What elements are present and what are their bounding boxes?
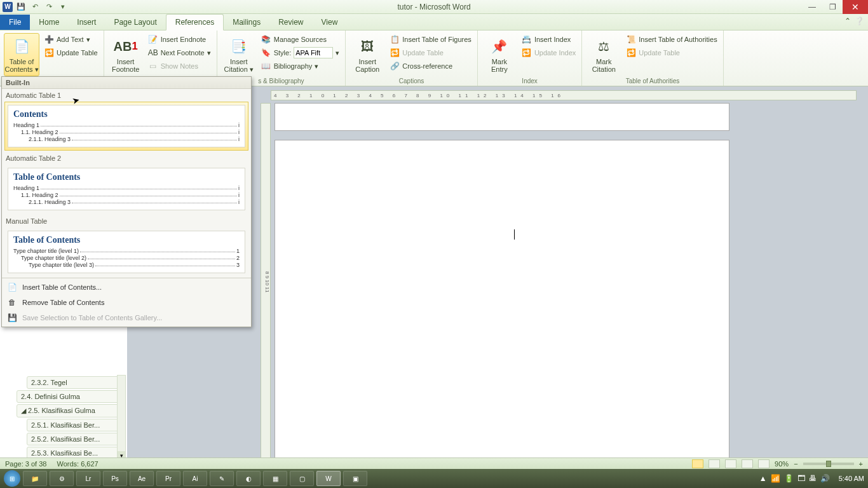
tab-page-layout[interactable]: Page Layout <box>105 15 165 30</box>
zoom-level[interactable]: 90% <box>775 460 789 468</box>
citation-icon: 📑 <box>229 36 249 57</box>
gallery-menu: 📄Insert Table of Contents... 🗑Remove Tab… <box>2 278 251 327</box>
clock[interactable]: 5:40 AM <box>839 475 864 482</box>
save-icon[interactable]: 💾 <box>15 1 27 13</box>
vertical-ruler[interactable]: 8 9 10 11 <box>261 103 271 461</box>
taskbar-app[interactable]: ▣ <box>343 471 367 486</box>
taskbar-app[interactable]: ▦ <box>263 471 287 486</box>
system-tray: ▲📶🔋🗔🖶🔊 5:40 AM <box>759 474 864 483</box>
taskbar-app[interactable]: 📁 <box>23 471 47 486</box>
view-web-layout[interactable] <box>725 459 736 468</box>
toc-gallery-dropdown: Built-In Automatic Table 1 Contents Head… <box>1 76 252 327</box>
tab-insert[interactable]: Insert <box>68 15 105 30</box>
taskbar-app[interactable]: Ae <box>130 471 154 486</box>
view-full-screen[interactable] <box>709 459 720 468</box>
insert-toc-menu-item[interactable]: 📄Insert Table of Contents... <box>2 280 251 295</box>
taskbar-app[interactable]: ◐ <box>236 471 261 486</box>
show-notes-icon: ▭ <box>148 61 158 71</box>
toc-icon: 📄 <box>11 36 32 57</box>
help-icon[interactable]: ❔ <box>855 17 864 25</box>
redo-icon[interactable]: ↷ <box>43 1 55 13</box>
taskbar-app[interactable]: ▢ <box>290 471 314 486</box>
tray-icon[interactable]: 🗔 <box>797 474 805 483</box>
taskbar-app[interactable]: ⚙ <box>50 471 74 486</box>
tab-view[interactable]: View <box>313 15 347 30</box>
file-tab[interactable]: File <box>0 15 30 30</box>
update-table-button[interactable]: 🔁Update Table <box>42 46 100 59</box>
tab-mailings[interactable]: Mailings <box>224 15 269 30</box>
nav-item[interactable]: 2.3.2. Tegel <box>27 376 121 389</box>
restore-button[interactable]: ❐ <box>822 0 843 14</box>
document-page[interactable] <box>275 140 729 461</box>
gallery-item-automatic-table-1[interactable]: Contents Heading 1i1.1. Heading 2i2.1.1.… <box>4 102 248 151</box>
preview-heading: Table of Contents <box>13 172 240 182</box>
taskbar-app[interactable]: Ai <box>183 471 207 486</box>
insert-caption-button[interactable]: 🖼 Insert Caption <box>349 33 385 76</box>
style-selector[interactable]: 🔖Style: ▾ <box>259 46 342 59</box>
close-button[interactable]: ✕ <box>843 0 868 14</box>
nav-item[interactable]: 2.5.2. Klasifikasi Ber... <box>27 433 121 445</box>
taskbar-app[interactable]: W <box>316 471 341 486</box>
tray-icon[interactable]: 🔋 <box>784 474 794 483</box>
toc-preview-line: Type chapter title (level 1)1 <box>13 248 240 254</box>
insert-table-of-figures-button[interactable]: 📋Insert Table of Figures <box>388 33 473 46</box>
toc-preview-line: Type chapter title (level 3)3 <box>13 262 240 268</box>
insert-citation-button[interactable]: 📑 Insert Citation ▾ <box>221 33 257 76</box>
view-print-layout[interactable] <box>692 459 703 468</box>
show-notes-button: ▭Show Notes <box>146 60 213 72</box>
zoom-thumb[interactable] <box>826 461 831 467</box>
nav-item[interactable]: 2.4. Definisi Gulma <box>17 390 121 403</box>
tray-icon[interactable]: 🖶 <box>809 474 817 483</box>
insert-toa-button[interactable]: 📜Insert Table of Authorities <box>624 33 719 46</box>
insert-endnote-button[interactable]: 📝Insert Endnote <box>146 33 213 46</box>
page-indicator[interactable]: Page: 3 of 38 <box>5 460 46 468</box>
qat-customize-icon[interactable]: ▾ <box>57 1 69 13</box>
next-footnote-button[interactable]: ABNext Footnote ▾ <box>146 46 213 59</box>
view-draft[interactable] <box>758 459 770 468</box>
zoom-in-button[interactable]: + <box>859 460 863 468</box>
tab-references[interactable]: References <box>166 14 224 30</box>
tab-home[interactable]: Home <box>30 15 68 30</box>
status-bar: Page: 3 of 38 Words: 6,627 90% − + <box>0 458 868 469</box>
table-of-contents-button[interactable]: 📄 Table of Contents ▾ <box>4 33 39 76</box>
mark-entry-button[interactable]: 📌 Mark Entry <box>482 33 517 76</box>
remove-toc-menu-item[interactable]: 🗑Remove Table of Contents <box>2 295 251 310</box>
taskbar-app[interactable]: Lr <box>76 471 100 486</box>
ribbon-minimize-icon[interactable]: ⌃ <box>844 17 851 25</box>
mark-citation-button[interactable]: ⚖ Mark Citation <box>586 33 621 76</box>
add-text-icon: ➕ <box>44 34 54 44</box>
zoom-out-button[interactable]: − <box>794 460 797 468</box>
page-previous-bottom[interactable] <box>275 103 729 131</box>
add-text-button[interactable]: ➕Add Text ▾ <box>42 33 100 46</box>
tab-review[interactable]: Review <box>269 15 312 30</box>
group-label-toa: Table of Authorities <box>586 76 719 85</box>
tray-icon[interactable]: ▲ <box>759 474 767 483</box>
minimize-button[interactable]: — <box>802 0 822 14</box>
tray-icon[interactable]: 📶 <box>771 474 780 483</box>
view-outline[interactable] <box>742 459 753 468</box>
gallery-item-manual-table[interactable]: Table of Contents Type chapter title (le… <box>4 227 248 276</box>
insert-index-button[interactable]: 📇Insert Index <box>520 33 578 46</box>
tof-icon: 📋 <box>390 34 400 44</box>
word-app-icon[interactable]: W <box>3 2 13 12</box>
taskbar-app[interactable]: Ps <box>103 471 127 486</box>
taskbar-app[interactable]: ✎ <box>210 471 234 486</box>
zoom-slider[interactable] <box>803 463 854 465</box>
undo-icon[interactable]: ↶ <box>29 1 41 13</box>
gallery-item-automatic-table-2[interactable]: Table of Contents Heading 1i1.1. Heading… <box>4 165 248 214</box>
tray-icon[interactable]: 🔊 <box>820 474 830 483</box>
nav-item[interactable]: 2.5.1. Klasifikasi Ber... <box>27 419 121 431</box>
endnote-icon: 📝 <box>148 34 158 44</box>
taskbar-app[interactable]: Pr <box>156 471 180 486</box>
cross-reference-button[interactable]: 🔗Cross-reference <box>388 60 473 72</box>
word-count[interactable]: Words: 6,627 <box>57 460 98 468</box>
bibliography-button[interactable]: 📖Bibliography ▾ <box>259 60 342 72</box>
style-dropdown[interactable] <box>294 47 333 58</box>
gallery-item-title-auto1: Automatic Table 1 <box>2 89 251 100</box>
nav-item[interactable]: ◢ 2.5. Klasifikasi Gulma <box>17 404 121 417</box>
horizontal-ruler[interactable]: 4 3 2 1 0 1 2 3 4 5 6 7 8 9 10 11 12 13 … <box>271 90 857 100</box>
start-button[interactable]: ⊞ <box>4 470 20 487</box>
manage-sources-button[interactable]: 📚Manage Sources <box>259 33 342 46</box>
insert-footnote-button[interactable]: AB1 Insert Footnote <box>108 33 144 76</box>
nav-scrollbar[interactable]: ▾ <box>117 375 126 461</box>
